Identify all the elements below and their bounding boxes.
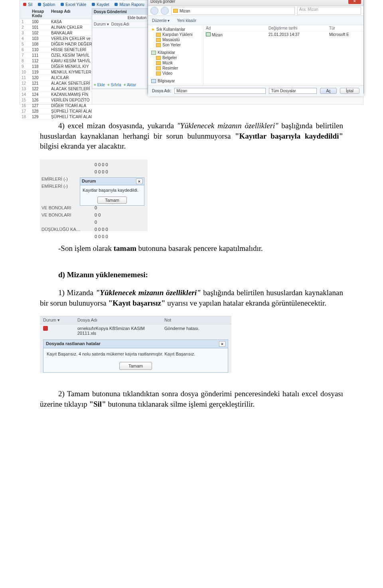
- dialog-message: Kayıtlar başarıyla kaydedildi.: [80, 185, 144, 195]
- tree-pictures[interactable]: Resimler: [150, 66, 201, 71]
- dialog-body: Sık Kullanılanlar Karşıdan Yükleni Masaü…: [148, 25, 363, 85]
- panel-header-row: Durum ▾ Dosya Adı: [92, 21, 148, 28]
- dialog-footer: Tamam: [80, 195, 144, 205]
- folder-tree: Sık Kullanılanlar Karşıdan Yükleni Masaü…: [148, 25, 203, 85]
- table-row[interactable]: 18129ŞÜPHELİ TİCARİ ALACAKLAR KARŞILIĞI …: [20, 114, 92, 120]
- table-row[interactable]: 6110HİSSE SENETLERİ: [20, 47, 92, 53]
- sifirla-button[interactable]: Sıfırla: [107, 83, 121, 87]
- col-hesap-kodu[interactable]: Hesap Kodu: [30, 8, 49, 19]
- col-dosya-adi[interactable]: Dosya Adı: [74, 316, 161, 324]
- table-row[interactable]: 4103VERİLEN ÇEKLER ve: [20, 36, 92, 42]
- close-icon[interactable]: ×: [219, 341, 225, 347]
- tamam-button[interactable]: Tamam: [97, 197, 127, 204]
- folder-icon: [156, 43, 161, 47]
- close-icon[interactable]: ✕: [348, 0, 361, 4]
- table-row[interactable]: 2101ALINAN ÇEKLER: [20, 25, 92, 30]
- dialog-footer: Tamam: [43, 360, 228, 372]
- tree-libraries[interactable]: Kitaplıklar: [150, 50, 201, 55]
- paragraph-d2: 2) Tamam butonuna tıklandıktan sonra dos…: [40, 389, 343, 409]
- close-icon[interactable]: ×: [136, 179, 142, 184]
- col-dosya-adi[interactable]: Dosya Adı: [111, 22, 130, 26]
- dialog-titlebar: Dosyada rastlanan hatalar ×: [43, 340, 228, 348]
- table-row[interactable]: 16127DİĞER TİCARİ ALA: [20, 103, 92, 109]
- table-row[interactable]: 14124KAZANILMAMIŞ FİN: [20, 92, 92, 97]
- tree-music[interactable]: Müzik: [150, 60, 201, 66]
- bg-row: DÜŞÜKLÜĞÜ KA…0 0 0 0: [41, 226, 146, 233]
- col-durum[interactable]: Durum ▾: [40, 316, 74, 324]
- paragraph-4: 4) excel mizan dosyasında, yukarıda "Yük…: [40, 121, 343, 151]
- col-durum[interactable]: Durum ▾: [94, 22, 109, 26]
- dialog-titlebar: Dosya gönder ✕: [148, 0, 363, 6]
- screenshot-kayitlar-basariyla: 0 0 0 00 0 0 0EMİRLERİ (-)0 0 0 0EMİRLER…: [40, 159, 148, 231]
- col-tur[interactable]: Tür: [327, 25, 363, 31]
- table-row[interactable]: 17128ŞÜPHELİ TİCARİ ALACAKLAR: [20, 109, 92, 114]
- bg-row: 0: [41, 219, 146, 226]
- table-row[interactable]: 10119MENKUL KIYMETLER: [20, 70, 92, 75]
- mizan-raporu-button[interactable]: Mizan Raporu: [115, 2, 144, 7]
- panel-body: [92, 28, 148, 31]
- dialog-title: Durum: [82, 179, 136, 184]
- tree-documents[interactable]: Belgeler: [150, 55, 201, 60]
- tree-favorites[interactable]: Sık Kullanılanlar: [150, 27, 201, 32]
- file-list-header: Ad Değiştirme tarihi Tür: [203, 25, 363, 32]
- yeni-klasor-button[interactable]: Yeni klasör: [177, 18, 196, 23]
- table-row[interactable]: 15126VERİLEN DEPOZİTO: [20, 97, 92, 103]
- bg-row: 0 0 0 0: [41, 233, 146, 240]
- tree-videos[interactable]: Video: [150, 71, 201, 76]
- sablon-button[interactable]: Şablon: [38, 2, 55, 7]
- tree-recent[interactable]: Son Yerler: [150, 42, 201, 48]
- forward-icon[interactable]: [161, 7, 169, 15]
- tamam-button[interactable]: Tamam: [119, 362, 152, 370]
- sil-button[interactable]: Sil: [23, 2, 32, 7]
- dialog-navbar: Mizan Ara: Mizan: [148, 6, 363, 16]
- dialog-titlebar: Durum ×: [80, 178, 144, 185]
- aktar-button[interactable]: Aktar: [124, 83, 136, 87]
- ekle-button[interactable]: Ekle: [94, 83, 105, 87]
- col-tarih[interactable]: Değiştirme tarihi: [266, 25, 327, 31]
- folder-icon: [156, 61, 161, 65]
- table-header: Hesap Kodu Hesap Adı: [20, 8, 92, 19]
- tree-computer[interactable]: Bilgisayar: [150, 78, 201, 83]
- table-row[interactable]: 1100KASA: [20, 19, 92, 25]
- table-row[interactable]: 8112KAMU KESİM TAHVİL: [20, 58, 92, 64]
- table-row[interactable]: 13122ALACAK SENETLERİ: [20, 86, 92, 92]
- table-row[interactable]: 5108DİĞER HAZIR DEĞERL: [20, 42, 92, 47]
- paragraph-d1: 1) Mizanda "Yüklenecek mizanın özellikle…: [40, 288, 343, 308]
- filename-input[interactable]: Mizan: [174, 88, 266, 94]
- table-row[interactable]: 7111ÖZEL KESİM TAHVİL: [20, 53, 92, 58]
- filetype-select[interactable]: Tüm Dosyalar: [269, 88, 317, 94]
- dialog-footer: Dosya Adı: Mizan Tüm Dosyalar Aç İptal: [148, 85, 363, 96]
- table-row[interactable]: 11120ALICILAR: [20, 75, 92, 81]
- folder-icon: [156, 56, 161, 60]
- table-row[interactable]: 9118DİĞER MENKUL KIY: [20, 64, 92, 70]
- file-row[interactable]: Mizan 21.01.2013 14:37 Microsoft E: [203, 32, 363, 38]
- back-icon[interactable]: [150, 7, 158, 15]
- error-icon: [43, 326, 48, 331]
- folder-icon: [156, 33, 161, 37]
- search-input[interactable]: Ara: Mizan: [297, 7, 361, 15]
- excel-icon: [206, 32, 211, 36]
- col-hesap-adi[interactable]: Hesap Adı: [49, 8, 92, 19]
- folder-icon: [156, 38, 161, 42]
- kaydet-button[interactable]: Kaydet: [92, 2, 109, 7]
- duzenle-menu[interactable]: Düzenle ▾: [152, 18, 170, 23]
- tree-downloads[interactable]: Karşıdan Yükleni: [150, 32, 201, 37]
- tree-desktop[interactable]: Masaüstü: [150, 37, 201, 42]
- dialog-command-bar: Düzenle ▾ Yeni klasör: [148, 16, 363, 25]
- breadcrumb[interactable]: Mizan: [171, 7, 295, 15]
- grid-header: Durum ▾ Dosya Adı Not: [40, 316, 231, 324]
- excel-yukle-button[interactable]: Excel Yükle: [61, 2, 86, 7]
- library-icon: [151, 51, 156, 55]
- dialog-title: Dosya gönder: [150, 0, 348, 4]
- computer-icon: [151, 79, 156, 83]
- col-no: [20, 8, 30, 19]
- grid-row[interactable]: orneksıfırKopya KBSmizan KASIM 20111.xls…: [40, 324, 231, 337]
- col-ad[interactable]: Ad: [203, 25, 266, 31]
- file-list: Ad Değiştirme tarihi Tür Mizan 21.01.201…: [203, 25, 363, 85]
- heading-d: d) Mizanın yüklenememesi:: [40, 270, 343, 280]
- col-not[interactable]: Not: [161, 316, 231, 324]
- cancel-button[interactable]: İptal: [340, 88, 359, 94]
- open-button[interactable]: Aç: [320, 88, 337, 94]
- table-row[interactable]: 12121ALACAK SENETLERİ: [20, 81, 92, 86]
- table-row[interactable]: 3102BANKALAR: [20, 30, 92, 36]
